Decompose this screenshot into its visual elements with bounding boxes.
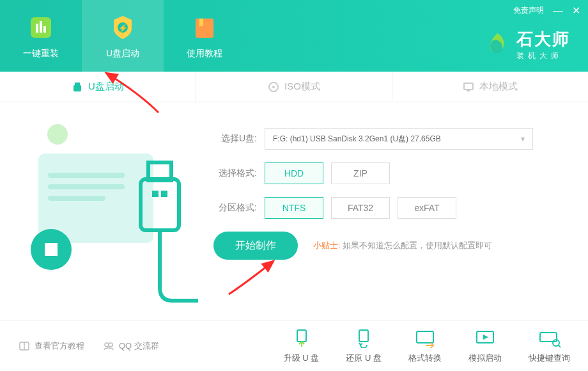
reinstall-icon bbox=[26, 12, 56, 43]
svg-rect-7 bbox=[199, 19, 203, 26]
action-label: 格式转换 bbox=[408, 352, 442, 364]
svg-rect-6 bbox=[196, 19, 213, 38]
start-button[interactable]: 开始制作 bbox=[213, 232, 298, 260]
tab-local[interactable]: 本地模式 bbox=[392, 72, 588, 102]
partition-exfat[interactable]: exFAT bbox=[398, 197, 456, 219]
book-icon bbox=[18, 340, 31, 352]
svg-rect-13 bbox=[467, 90, 470, 91]
convert-icon bbox=[414, 328, 437, 349]
action-label: 快捷键查询 bbox=[529, 352, 570, 364]
tab-usb-boot[interactable]: U盘启动 bbox=[0, 72, 196, 102]
partition-fat32[interactable]: FAT32 bbox=[331, 197, 390, 219]
tip-body: 如果不知道怎么配置，使用默认配置即可 bbox=[343, 241, 492, 250]
qq-label: QQ 交流群 bbox=[119, 340, 159, 352]
qq-group-link[interactable]: QQ 交流群 bbox=[102, 340, 159, 352]
logo: 石大师 装机大师 bbox=[484, 28, 570, 61]
svg-rect-2 bbox=[40, 21, 42, 33]
official-tutorial-link[interactable]: 查看官方教程 bbox=[18, 340, 84, 352]
format-hdd[interactable]: HDD bbox=[265, 162, 323, 184]
nav-label: 一键重装 bbox=[23, 48, 59, 59]
svg-point-31 bbox=[109, 343, 112, 347]
close-button[interactable]: ✕ bbox=[572, 6, 580, 16]
format-label: 选择格式: bbox=[211, 168, 257, 179]
tab-label: ISO模式 bbox=[284, 81, 320, 93]
partition-row: 分区格式: NTFS FAT32 exFAT bbox=[211, 197, 562, 219]
action-label: 还原 U 盘 bbox=[346, 352, 382, 364]
logo-subtitle: 装机大师 bbox=[516, 51, 570, 61]
tutorial-icon bbox=[189, 12, 220, 43]
svg-rect-1 bbox=[36, 24, 38, 33]
tutorial-label: 查看官方教程 bbox=[35, 340, 84, 352]
usb-icon bbox=[72, 81, 83, 93]
nav-tutorial[interactable]: 使用教程 bbox=[164, 0, 245, 72]
restore-icon bbox=[352, 328, 375, 349]
annotation-arrow-2 bbox=[216, 256, 293, 310]
group-icon bbox=[102, 340, 115, 352]
usb-select[interactable]: F:G: (hd1) USB SanDisk 3.2Gen1 (U盘) 27.6… bbox=[265, 128, 533, 150]
svg-point-23 bbox=[47, 124, 68, 145]
minimize-button[interactable]: — bbox=[553, 6, 563, 16]
svg-rect-21 bbox=[45, 249, 51, 256]
svg-rect-12 bbox=[464, 83, 473, 90]
action-label: 模拟启动 bbox=[468, 352, 502, 364]
action-format-convert[interactable]: 格式转换 bbox=[408, 328, 442, 364]
simulate-icon bbox=[474, 328, 497, 349]
action-label: 升级 U 盘 bbox=[284, 352, 320, 364]
svg-rect-26 bbox=[152, 191, 159, 197]
svg-line-38 bbox=[559, 345, 561, 347]
svg-point-11 bbox=[272, 86, 275, 88]
mode-tabs: U盘启动 ISO模式 本地模式 bbox=[0, 72, 588, 102]
main-content: 选择U盘: F:G: (hd1) USB SanDisk 3.2Gen1 (U盘… bbox=[0, 102, 588, 260]
nav-usb-boot[interactable]: ⚡ U盘启动 bbox=[82, 0, 164, 72]
partition-label: 分区格式: bbox=[211, 202, 257, 214]
svg-rect-17 bbox=[48, 196, 105, 201]
nav-reinstall[interactable]: 一键重装 bbox=[0, 0, 82, 72]
usb-illustration bbox=[19, 115, 198, 307]
bottom-bar: 查看官方教程 QQ 交流群 升级 U 盘 还原 U 盘 格式转换 模拟启动 快捷… bbox=[0, 320, 588, 371]
svg-point-30 bbox=[105, 343, 109, 347]
tip-text: 小贴士: 如果不知道怎么配置，使用默认配置即可 bbox=[313, 240, 492, 251]
svg-rect-3 bbox=[43, 26, 46, 33]
start-row: 开始制作 小贴士: 如果不知道怎么配置，使用默认配置即可 bbox=[211, 232, 562, 260]
iso-icon bbox=[268, 81, 279, 93]
tab-label: 本地模式 bbox=[479, 81, 518, 93]
svg-text:⚡: ⚡ bbox=[118, 23, 128, 33]
nav-label: 使用教程 bbox=[187, 48, 222, 59]
action-restore-usb[interactable]: 还原 U 盘 bbox=[346, 328, 382, 364]
svg-rect-9 bbox=[74, 85, 81, 91]
usb-value: F:G: (hd1) USB SanDisk 3.2Gen1 (U盘) 27.6… bbox=[273, 134, 441, 145]
action-hotkey-lookup[interactable]: 快捷键查询 bbox=[529, 328, 570, 364]
tab-iso[interactable]: ISO模式 bbox=[196, 72, 392, 102]
logo-icon bbox=[484, 32, 510, 58]
svg-rect-8 bbox=[75, 83, 80, 85]
window-controls: 免责声明 — ✕ bbox=[513, 5, 580, 16]
action-simulate-boot[interactable]: 模拟启动 bbox=[468, 328, 502, 364]
usb-shield-icon: ⚡ bbox=[107, 12, 138, 43]
svg-rect-20 bbox=[51, 243, 58, 249]
app-header: 一键重装 ⚡ U盘启动 使用教程 免责声明 — ✕ 石大师 装机大师 bbox=[0, 0, 588, 72]
svg-rect-27 bbox=[161, 191, 167, 197]
disclaimer-link[interactable]: 免责声明 bbox=[513, 5, 544, 16]
svg-rect-19 bbox=[45, 243, 51, 249]
tab-label: U盘启动 bbox=[88, 81, 124, 93]
upgrade-icon bbox=[290, 328, 313, 349]
svg-rect-16 bbox=[48, 184, 125, 189]
action-upgrade-usb[interactable]: 升级 U 盘 bbox=[284, 328, 320, 364]
svg-rect-22 bbox=[51, 249, 58, 256]
chevron-down-icon: ▾ bbox=[521, 134, 525, 143]
svg-rect-15 bbox=[48, 173, 125, 178]
nav-label: U盘启动 bbox=[106, 48, 139, 59]
monitor-icon bbox=[463, 81, 474, 93]
partition-ntfs[interactable]: NTFS bbox=[265, 197, 323, 219]
format-zip[interactable]: ZIP bbox=[331, 162, 390, 184]
logo-title: 石大师 bbox=[516, 28, 570, 51]
keyboard-search-icon bbox=[538, 328, 561, 349]
svg-rect-32 bbox=[297, 330, 306, 342]
tip-prefix: 小贴士: bbox=[313, 241, 341, 250]
svg-rect-33 bbox=[359, 330, 368, 342]
usb-select-row: 选择U盘: F:G: (hd1) USB SanDisk 3.2Gen1 (U盘… bbox=[211, 128, 562, 150]
usb-label: 选择U盘: bbox=[211, 133, 257, 145]
svg-rect-34 bbox=[417, 331, 433, 343]
format-row: 选择格式: HDD ZIP bbox=[211, 162, 562, 184]
